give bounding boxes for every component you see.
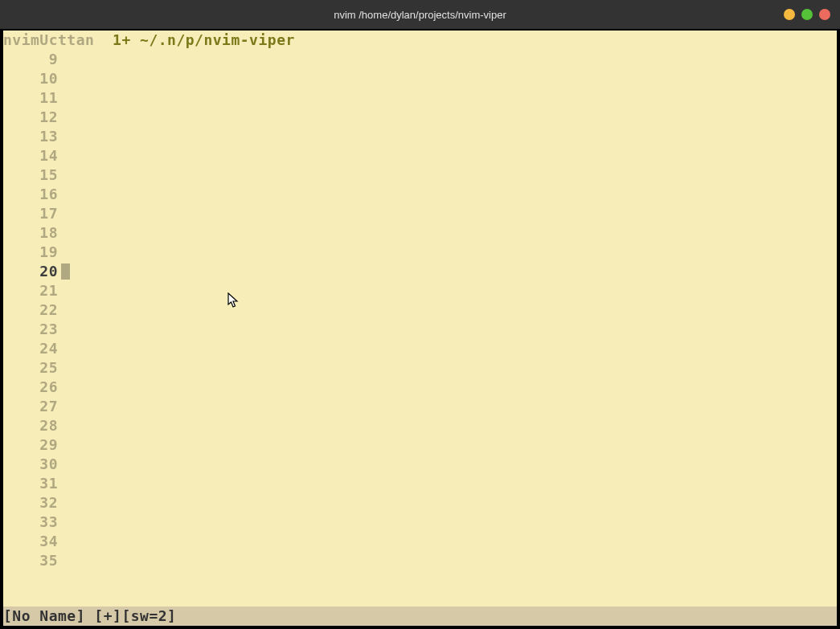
buffer-line[interactable] <box>61 50 837 69</box>
line-number-gutter: 9101112131415161718192021222324252627282… <box>3 50 61 607</box>
close-button[interactable] <box>819 9 830 20</box>
buffer-line[interactable] <box>61 262 837 281</box>
tabline-path: 1+ ~/.n/p/nvim-viper <box>113 31 295 50</box>
tabline: nvimUcttan 1+ ~/.n/p/nvim-viper <box>3 31 837 50</box>
line-number: 17 <box>3 204 58 223</box>
buffer-line[interactable] <box>61 358 837 378</box>
line-number: 13 <box>3 127 58 146</box>
buffer-line[interactable] <box>61 397 837 416</box>
tabline-left: nvimUcttan <box>3 31 94 50</box>
window-controls <box>784 9 830 20</box>
window-titlebar: nvim /home/dylan/projects/nvim-viper <box>0 0 840 29</box>
line-number: 35 <box>3 551 58 570</box>
maximize-button[interactable] <box>801 9 813 20</box>
line-number: 23 <box>3 320 58 339</box>
line-number: 10 <box>3 69 58 88</box>
line-number: 32 <box>3 493 58 513</box>
buffer-line[interactable] <box>61 281 837 300</box>
line-number: 25 <box>3 358 58 378</box>
buffer-line[interactable] <box>61 455 837 474</box>
statusline: [No Name] [+][sw=2] <box>3 607 837 626</box>
line-number: 14 <box>3 146 58 165</box>
line-number: 15 <box>3 165 58 185</box>
line-number: 12 <box>3 108 58 127</box>
text-cursor <box>61 263 70 280</box>
buffer-line[interactable] <box>61 243 837 262</box>
line-number: 20 <box>3 262 58 281</box>
line-number: 24 <box>3 339 58 358</box>
line-number: 21 <box>3 281 58 300</box>
buffer-line[interactable] <box>61 513 837 532</box>
buffer-line[interactable] <box>61 474 837 493</box>
buffer-line[interactable] <box>61 551 837 570</box>
line-number: 19 <box>3 243 58 262</box>
buffer-line[interactable] <box>61 108 837 127</box>
terminal-app[interactable]: nvimUcttan 1+ ~/.n/p/nvim-viper 91011121… <box>3 31 837 626</box>
line-number: 28 <box>3 416 58 435</box>
window-title: nvim /home/dylan/projects/nvim-viper <box>334 9 506 21</box>
line-number: 16 <box>3 185 58 204</box>
editor-frame: nvimUcttan 1+ ~/.n/p/nvim-viper 91011121… <box>0 29 840 629</box>
editor-content[interactable] <box>61 50 837 607</box>
buffer-line[interactable] <box>61 416 837 435</box>
line-number: 26 <box>3 378 58 397</box>
buffer-line[interactable] <box>61 165 837 185</box>
buffer-line[interactable] <box>61 88 837 108</box>
minimize-button[interactable] <box>784 9 795 20</box>
line-number: 11 <box>3 88 58 108</box>
buffer-line[interactable] <box>61 493 837 513</box>
line-number: 33 <box>3 513 58 532</box>
buffer-line[interactable] <box>61 435 837 455</box>
line-number: 27 <box>3 397 58 416</box>
line-number: 31 <box>3 474 58 493</box>
line-number: 22 <box>3 300 58 320</box>
buffer-line[interactable] <box>61 320 837 339</box>
buffer-line[interactable] <box>61 378 837 397</box>
buffer-line[interactable] <box>61 339 837 358</box>
buffer-line[interactable] <box>61 146 837 165</box>
buffer-line[interactable] <box>61 223 837 243</box>
line-number: 18 <box>3 223 58 243</box>
line-number: 30 <box>3 455 58 474</box>
buffer[interactable]: 9101112131415161718192021222324252627282… <box>3 50 837 607</box>
line-number: 9 <box>3 50 58 69</box>
buffer-line[interactable] <box>61 532 837 551</box>
buffer-line[interactable] <box>61 185 837 204</box>
buffer-line[interactable] <box>61 69 837 88</box>
line-number: 29 <box>3 435 58 455</box>
buffer-line[interactable] <box>61 204 837 223</box>
buffer-line[interactable] <box>61 127 837 146</box>
buffer-line[interactable] <box>61 300 837 320</box>
line-number: 34 <box>3 532 58 551</box>
